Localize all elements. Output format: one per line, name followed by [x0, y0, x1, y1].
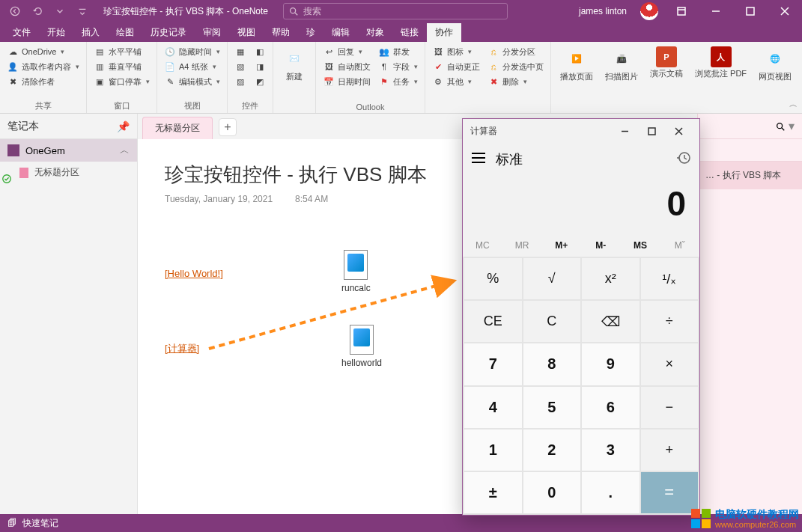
calc-titlebar[interactable]: 计算器: [463, 119, 699, 143]
calc-percent[interactable]: %: [464, 258, 522, 299]
calc-1[interactable]: 1: [464, 429, 522, 471]
ribbon-other[interactable]: ⚙其他▾: [430, 75, 482, 88]
menu-file[interactable]: 文件: [4, 23, 39, 42]
ribbon-ctl3[interactable]: ▨: [232, 75, 249, 88]
ribbon-webview[interactable]: 🌐网页视图: [754, 45, 796, 101]
close-button[interactable]: [768, 0, 802, 22]
calc-backspace[interactable]: ⌫: [582, 301, 640, 342]
calc-3[interactable]: 3: [582, 429, 640, 471]
calc-equals[interactable]: =: [641, 472, 699, 513]
ribbon-edit-mode[interactable]: ✎编辑模式▾: [162, 75, 222, 88]
calc-multiply[interactable]: ×: [641, 343, 699, 385]
menu-link[interactable]: 链接: [392, 23, 427, 42]
menu-review[interactable]: 审阅: [195, 23, 229, 42]
menu-insert[interactable]: 插入: [73, 23, 108, 42]
ribbon-reply[interactable]: ↩回复▾: [321, 45, 373, 58]
user-avatar[interactable]: [640, 2, 658, 20]
ribbon-a4[interactable]: 📄A4 纸张▾: [162, 60, 222, 73]
search-box[interactable]: 搜索: [283, 3, 508, 19]
ribbon-icon[interactable]: 🖼图标▾: [430, 45, 482, 58]
calc-mminus[interactable]: M-: [581, 234, 621, 257]
notebook-item[interactable]: OneGem ︿: [0, 139, 137, 162]
ribbon-ctl2[interactable]: ▧: [232, 60, 249, 73]
ribbon-onedrive[interactable]: ☁OneDrive▾: [4, 45, 82, 58]
calc-8[interactable]: 8: [523, 343, 581, 385]
ribbon-clear-author[interactable]: ✖清除作者: [4, 75, 82, 88]
menu-help[interactable]: 帮助: [264, 23, 298, 42]
ribbon-ctl1[interactable]: ▦: [232, 45, 249, 58]
minimize-button[interactable]: [699, 0, 733, 22]
section-tab[interactable]: 无标题分区: [142, 117, 213, 139]
ribbon-collapse[interactable]: ︿: [789, 99, 798, 110]
menu-cooperate[interactable]: 协作: [427, 23, 461, 42]
ribbon-pdf[interactable]: 人浏览批注 PDF: [690, 45, 751, 101]
undo-button[interactable]: [28, 2, 46, 20]
section-item[interactable]: 无标题分区: [0, 162, 137, 183]
ribbon-tile-h[interactable]: ▤水平平铺: [91, 45, 152, 58]
ribbon-bulk[interactable]: 👥群发: [376, 45, 420, 58]
page-list-item[interactable]: … - 执行 VBS 脚本: [698, 162, 802, 189]
ribbon-select-author[interactable]: 👤选取作者内容▾: [4, 60, 82, 73]
menu-home[interactable]: 开始: [39, 23, 73, 42]
calc-square[interactable]: x²: [582, 258, 640, 299]
ribbon-new[interactable]: ✉️ 新建: [278, 45, 311, 101]
calc-minus[interactable]: −: [641, 387, 699, 428]
ribbon-tile-v[interactable]: ▥垂直平铺: [91, 60, 152, 73]
hamburger-icon[interactable]: [472, 153, 485, 166]
ribbon-datetime[interactable]: 📅日期时间: [321, 75, 373, 88]
quicknotes-icon[interactable]: 🗐: [7, 518, 16, 528]
maximize-button[interactable]: [733, 0, 768, 22]
add-page-row[interactable]: [698, 139, 802, 162]
calc-mplus[interactable]: M+: [541, 234, 581, 257]
ribbon-task[interactable]: ⚑任务▾: [376, 75, 420, 88]
ribbon-dist-page[interactable]: ⎌分发选中页: [485, 60, 546, 73]
ribbon-powerpoint[interactable]: P演示文稿: [645, 45, 687, 101]
calc-9[interactable]: 9: [582, 343, 640, 385]
ribbon-autotext[interactable]: 🖼自动图文: [321, 60, 373, 73]
calc-2[interactable]: 2: [523, 429, 581, 471]
add-section-button[interactable]: +: [219, 118, 237, 136]
back-button[interactable]: [6, 2, 24, 20]
user-name[interactable]: james linton: [571, 6, 634, 16]
ribbon-dist-section[interactable]: ⎌分发分区: [485, 45, 546, 58]
calc-reciprocal[interactable]: ¹/ₓ: [641, 258, 699, 299]
calc-maximize[interactable]: [638, 119, 665, 143]
calc-ce[interactable]: CE: [464, 301, 522, 342]
calc-sqrt[interactable]: √: [523, 258, 581, 299]
menu-view[interactable]: 视图: [229, 23, 264, 42]
calc-mlist[interactable]: Mˇ: [660, 234, 699, 257]
menu-gem[interactable]: 珍: [298, 23, 323, 42]
ribbon-hide-time[interactable]: 🕓隐藏时间▾: [162, 45, 222, 58]
link-helloworld[interactable]: [Hello World!]: [165, 268, 223, 279]
menu-object[interactable]: 对象: [358, 23, 392, 42]
ribbon-ctl6[interactable]: ◩: [252, 75, 268, 88]
link-calculator[interactable]: [计算器]: [165, 343, 199, 354]
ribbon-dock[interactable]: ▣窗口停靠▾: [91, 75, 152, 88]
quicknotes-label[interactable]: 快速笔记: [22, 517, 58, 530]
pin-icon[interactable]: 📌: [117, 120, 130, 132]
menu-draw[interactable]: 绘图: [108, 23, 142, 42]
calc-ms[interactable]: MS: [621, 234, 660, 257]
calc-mr[interactable]: MR: [502, 234, 542, 257]
calc-mc[interactable]: MC: [463, 234, 502, 257]
calc-minimize[interactable]: [611, 119, 638, 143]
menu-edit[interactable]: 编辑: [323, 23, 358, 42]
calc-close[interactable]: [665, 119, 692, 143]
ribbon-delete[interactable]: ✖删除▾: [485, 75, 546, 88]
ribbon-ctl4[interactable]: ◧: [252, 45, 268, 58]
file-helloworld[interactable]: helloworld: [341, 325, 382, 368]
calc-4[interactable]: 4: [464, 387, 522, 428]
ribbon-play-page[interactable]: ▶️播放页面: [556, 45, 598, 101]
calc-negate[interactable]: ±: [464, 472, 522, 513]
page-search[interactable]: ▾: [698, 114, 802, 139]
page-time[interactable]: 8:54 AM: [295, 194, 328, 204]
ribbon-ctl5[interactable]: ◨: [252, 60, 268, 73]
customize-qat[interactable]: [73, 2, 91, 20]
menu-history[interactable]: 历史记录: [142, 23, 195, 42]
redo-dropdown[interactable]: [51, 2, 69, 20]
ribbon-mode-button[interactable]: [664, 0, 699, 22]
calc-6[interactable]: 6: [582, 387, 640, 428]
ribbon-scan[interactable]: 📠扫描图片: [601, 45, 642, 101]
history-icon[interactable]: [677, 151, 690, 168]
calc-divide[interactable]: ÷: [641, 301, 699, 342]
